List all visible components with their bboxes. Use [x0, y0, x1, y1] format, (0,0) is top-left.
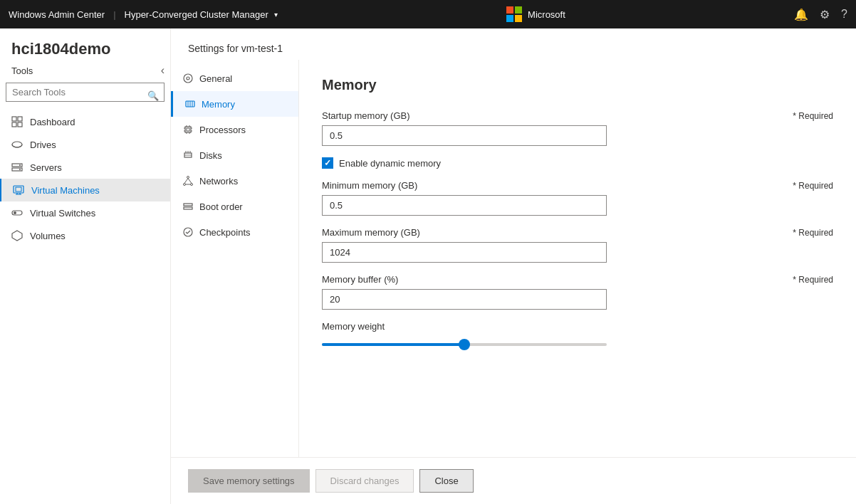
memory-form-title: Memory [322, 77, 833, 93]
dashboard-label: Dashboard [30, 117, 75, 127]
volumes-label: Volumes [30, 231, 66, 241]
startup-memory-required: * Required [793, 111, 833, 121]
memory-icon [184, 98, 196, 110]
svg-rect-0 [12, 117, 16, 121]
memory-buffer-row: Memory buffer (%) * Required [322, 274, 833, 310]
sidebar-item-servers[interactable]: Servers [0, 156, 170, 179]
settings-nav-general-label: General [199, 73, 232, 84]
settings-nav-processors[interactable]: Processors [171, 117, 298, 142]
svg-rect-10 [16, 187, 21, 191]
settings-header: Settings for vm-test-1 [171, 28, 856, 60]
settings-body: General Memory Processors [171, 60, 856, 457]
enable-dynamic-memory-label[interactable]: Enable dynamic memory [339, 158, 441, 169]
sidebar-item-virtual-machines[interactable]: Virtual Machines [0, 179, 170, 201]
settings-icon[interactable]: ⚙ [820, 8, 830, 21]
settings-nav-general[interactable]: General [171, 65, 298, 91]
settings-nav-networks-label: Networks [199, 176, 238, 187]
settings-panel: Settings for vm-test-1 General [171, 28, 856, 504]
enable-dynamic-memory-checkbox[interactable]: ✓ [322, 157, 333, 169]
settings-nav-boot-order-label: Boot order [199, 201, 243, 212]
memory-weight-label: Memory weight [322, 321, 385, 332]
microsoft-label: Microsoft [528, 9, 565, 20]
startup-memory-label: Startup memory (GB) [322, 110, 410, 121]
settings-navigation: General Memory Processors [171, 60, 299, 457]
svg-point-13 [184, 74, 192, 83]
svg-line-38 [188, 179, 192, 184]
servers-icon [11, 162, 23, 173]
settings-nav-memory[interactable]: Memory [171, 91, 298, 117]
virtual-switches-label: Virtual Switches [30, 208, 95, 219]
ms-logo-grid [506, 6, 522, 22]
topbar: Windows Admin Center | Hyper-Converged C… [0, 0, 856, 28]
boot-order-icon [182, 201, 194, 212]
servers-label: Servers [30, 162, 62, 173]
memory-weight-row: Memory weight [322, 321, 833, 346]
startup-memory-input[interactable] [322, 125, 607, 146]
notification-icon[interactable]: 🔔 [794, 8, 808, 21]
maximum-memory-row: Maximum memory (GB) * Required [322, 227, 833, 263]
sidebar-item-virtual-switches[interactable]: Virtual Switches [0, 201, 170, 224]
ms-square-red [506, 6, 513, 14]
settings-nav-checkpoints[interactable]: Checkpoints [171, 219, 298, 245]
dashboard-icon [11, 116, 23, 127]
settings-nav-checkpoints-label: Checkpoints [199, 227, 251, 238]
slider-thumb[interactable] [459, 339, 470, 350]
enable-dynamic-memory-row: ✓ Enable dynamic memory [322, 157, 833, 169]
svg-point-14 [187, 77, 189, 80]
settings-nav-processors-label: Processors [199, 125, 246, 135]
sidebar-item-dashboard[interactable]: Dashboard [0, 110, 170, 133]
general-icon [182, 73, 194, 84]
svg-point-8 [19, 169, 21, 170]
svg-rect-20 [187, 128, 189, 131]
virtual-switches-icon [11, 207, 23, 219]
sidebar-item-drives[interactable]: Drives [0, 133, 170, 156]
settings-title: Settings for vm-test-1 [188, 43, 283, 54]
disks-icon [182, 149, 194, 161]
svg-rect-19 [185, 127, 191, 132]
help-icon[interactable]: ? [841, 8, 847, 21]
minimum-memory-row: Minimum memory (GB) * Required [322, 180, 833, 216]
maximum-memory-label-row: Maximum memory (GB) * Required [322, 227, 833, 238]
sidebar-item-volumes[interactable]: Volumes [0, 224, 170, 247]
networks-icon [182, 175, 194, 187]
memory-buffer-required: * Required [793, 275, 833, 285]
discard-changes-button[interactable]: Discard changes [315, 469, 414, 493]
checkpoints-icon [182, 226, 194, 238]
microsoft-logo: Microsoft [506, 6, 565, 22]
search-input[interactable] [6, 83, 165, 102]
maximum-memory-required: * Required [793, 228, 833, 238]
main-content: Settings for vm-test-1 General [171, 28, 856, 504]
svg-rect-41 [184, 207, 192, 209]
sidebar-search-container: 🔍 [0, 80, 170, 110]
settings-nav-boot-order[interactable]: Boot order [171, 194, 298, 219]
sidebar-title: hci1804demo [0, 28, 170, 64]
topbar-cluster-name[interactable]: Hyper-Converged Cluster Manager [125, 9, 268, 20]
svg-point-36 [191, 184, 193, 186]
topbar-separator: | [113, 9, 115, 20]
startup-memory-label-row: Startup memory (GB) * Required [322, 110, 833, 121]
topbar-app-name: Windows Admin Center [9, 9, 105, 20]
svg-point-12 [14, 211, 16, 214]
sidebar: hci1804demo Tools ‹ 🔍 Dashboard Drives [0, 28, 171, 504]
settings-nav-networks[interactable]: Networks [171, 168, 298, 194]
svg-point-7 [19, 164, 21, 166]
memory-buffer-label-row: Memory buffer (%) * Required [322, 274, 833, 285]
drives-icon [11, 139, 23, 150]
minimum-memory-label-row: Minimum memory (GB) * Required [322, 180, 833, 191]
settings-nav-memory-label: Memory [202, 99, 235, 110]
minimum-memory-label: Minimum memory (GB) [322, 180, 417, 191]
maximum-memory-input[interactable] [322, 242, 607, 263]
memory-form: Memory Startup memory (GB) * Required ✓ [299, 60, 856, 457]
svg-point-34 [187, 177, 189, 179]
memory-buffer-input[interactable] [322, 289, 607, 310]
checkbox-check-icon: ✓ [324, 158, 331, 168]
virtual-machines-label: Virtual Machines [31, 185, 100, 196]
save-memory-settings-button[interactable]: Save memory settings [188, 469, 310, 493]
collapse-sidebar-button[interactable]: ‹ [161, 64, 165, 77]
close-button[interactable]: Close [419, 469, 473, 493]
memory-weight-slider-container [322, 343, 607, 346]
minimum-memory-input[interactable] [322, 195, 607, 216]
volumes-icon [11, 230, 23, 241]
settings-nav-disks[interactable]: Disks [171, 142, 298, 168]
startup-memory-row: Startup memory (GB) * Required [322, 110, 833, 146]
